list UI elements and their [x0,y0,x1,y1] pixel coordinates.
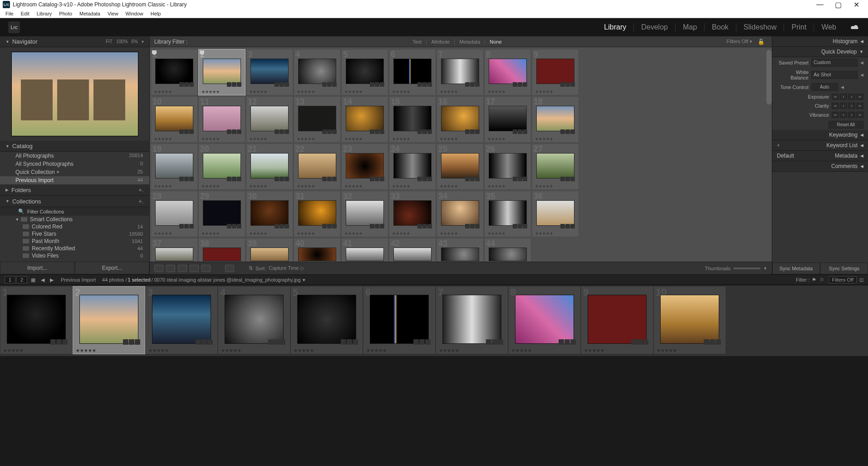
rating-stars[interactable]: ★★★★★ [344,89,363,94]
rating-stars[interactable]: ★★★★★ [201,89,220,94]
rating-stars[interactable]: ★★★★★ [297,89,315,94]
thumbnail-image[interactable] [441,106,479,131]
sort-dropdown[interactable]: Capture Time ◇ [269,265,304,271]
cell-badges[interactable] [179,82,194,87]
grid-view-icon[interactable] [154,265,163,272]
rating-stars[interactable]: ★★★★★ [511,348,532,353]
grid-cell[interactable]: 15★★★★★ [389,96,436,143]
tone-auto-button[interactable]: Auto [811,83,838,91]
thumbnail-image[interactable] [442,295,501,344]
cell-badges[interactable] [513,129,527,134]
grid-cell[interactable]: 5★★★★★ [341,49,388,95]
rating-stars[interactable]: ★★★★★ [487,89,505,94]
rating-stars[interactable]: ★★★★★ [154,231,172,236]
rating-stars[interactable]: ★★★★★ [154,184,172,188]
cell-badges[interactable] [417,129,432,134]
thumbnail-size-slider[interactable] [733,268,760,269]
cell-badges[interactable] [560,82,575,87]
grid-cell[interactable]: 33★★★★★ [389,191,436,237]
thumbnail-image[interactable] [250,248,289,261]
cell-badges[interactable] [513,224,527,228]
cell-badges[interactable] [370,224,384,228]
sc-recently-modified[interactable]: Recently Modified44 [0,245,149,252]
rating-stars[interactable]: ★★★★★ [535,231,553,236]
grid-cell[interactable]: 10★★★★★ [151,96,198,143]
grid-cell[interactable]: 4★★★★★ [294,49,341,95]
rating-stars[interactable]: ★★★★★ [344,231,363,236]
menu-help[interactable]: Help [147,11,165,16]
thumbnail-image[interactable] [203,200,241,226]
identity-plate[interactable]: Lrc [8,21,20,33]
rating-stars[interactable]: ★★★★★ [440,184,458,188]
catalog-quick-collection[interactable]: Quick Collection +25 [0,168,149,176]
grid-cell[interactable]: 7★★★★★ [436,49,484,95]
reset-all-button[interactable]: Reset All [829,121,863,129]
cell-badges[interactable] [179,177,194,181]
thumbnail-image[interactable] [489,59,527,84]
grid-cell[interactable]: 36★★★★★ [532,191,579,237]
cell-badges[interactable] [631,339,648,345]
rating-stars[interactable]: ★★★★★ [584,348,604,353]
rating-stars[interactable]: ★★★★★ [440,89,458,94]
cell-badges[interactable] [370,177,384,181]
chevron-left-icon[interactable]: ◀ [860,73,863,77]
grid-cell[interactable]: 2★★★★★ [198,49,245,95]
cell-badges[interactable] [560,224,575,228]
painter-tool-icon[interactable] [225,265,234,272]
grid-scrollbar[interactable] [766,50,772,104]
menu-edit[interactable]: Edit [17,11,33,16]
filmstrip[interactable]: 1★★★★★2★★★★★3★★★★★4★★★★★5★★★★★6★★★★★7★★★… [0,285,868,356]
menu-view[interactable]: View [104,11,122,16]
rating-stars[interactable]: ★★★★★ [392,137,410,141]
catalog-all-synced[interactable]: All Synced Photographs0 [0,160,149,168]
rating-stars[interactable]: ★★★★★ [392,89,410,94]
filters-off-dropdown[interactable]: Filters Off ▾ [726,39,755,45]
grid-cell[interactable]: 17★★★★★ [484,96,531,143]
cell-badges[interactable] [465,82,480,87]
grid-cell[interactable]: 27★★★★★ [532,144,579,190]
grid-cell[interactable]: 20★★★★★ [198,144,245,190]
thumbnail-image[interactable] [155,153,193,178]
maximize-button[interactable]: ▢ [829,0,847,9]
cell-badges[interactable] [413,339,431,345]
smart-collections-folder[interactable]: ▼ Smart Collections [0,216,149,223]
menu-metadata[interactable]: Metadata [76,11,104,16]
rating-stars[interactable]: ★★★★★ [154,137,172,141]
sync-metadata-button[interactable]: Sync Metadata [772,263,820,274]
grid-cell[interactable]: 30★★★★★ [246,191,293,237]
cell-badges[interactable] [227,177,241,181]
grid-cell[interactable]: 40 [294,238,341,262]
module-develop[interactable]: Develop [633,23,675,31]
cell-badges[interactable] [275,129,289,134]
module-slideshow[interactable]: Slideshow [736,23,784,31]
cell-badges[interactable] [322,82,337,87]
rating-stars[interactable]: ★★★★★ [294,348,314,353]
thumbnail-image[interactable] [155,200,193,226]
cell-badges[interactable] [704,339,721,345]
cell-badges[interactable] [513,82,527,87]
cell-badges[interactable] [465,224,480,228]
grid-cell[interactable]: 11★★★★★ [198,96,245,143]
thumbnail-image[interactable] [489,200,527,226]
module-print[interactable]: Print [784,23,814,31]
metadata-preset-dropdown[interactable]: Default [777,153,809,159]
nav-100[interactable]: 100% [116,39,128,44]
grid-cell[interactable]: 26★★★★★ [484,144,531,190]
rating-stars[interactable]: ★★★★★ [535,89,553,94]
filmstrip-cell[interactable]: 9★★★★★ [581,286,653,354]
module-map[interactable]: Map [675,23,704,31]
chevron-left-icon[interactable]: ◀ [841,85,844,89]
thumbnail-image[interactable] [346,153,384,178]
cloud-sync-icon[interactable] [850,24,860,30]
rating-stars[interactable]: ★★★★★ [297,231,315,236]
toolbar-menu-icon[interactable]: ▼ [763,266,767,271]
thumbnail-image[interactable] [250,106,289,131]
cell-badges[interactable] [465,177,480,181]
thumbnail-image[interactable] [155,106,193,131]
rating-stars[interactable]: ★★★★★ [366,348,387,353]
cell-badges[interactable] [417,82,432,87]
close-button[interactable]: ✕ [847,0,865,9]
thumbnail-image[interactable] [346,248,384,261]
grid-cell[interactable]: 38 [198,238,245,262]
keyword-list-header[interactable]: +Keyword List◀ [772,140,868,151]
